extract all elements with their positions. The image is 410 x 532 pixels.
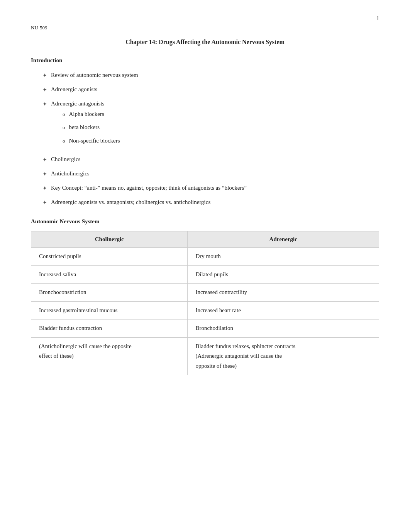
table-row: Increased gastrointestinal mucous Increa… [31,301,379,320]
adren-cell-5: Bronchodilation [188,320,379,338]
adren-cell-1: Dry mouth [188,248,379,266]
bullet-icon: ✦ [42,86,47,94]
table-row: Bladder fundus contraction Bronchodilati… [31,320,379,338]
bullet-icon: ✦ [42,100,47,108]
sub-list-item: o beta blockers [63,123,120,132]
table-header-adrenergic: Adrenergic [188,231,379,248]
chol-cell-6: (Anticholinergic will cause the opposite… [31,337,188,375]
ans-title: Autonomic Nervous System [31,218,379,225]
introduction-list: ✦ Review of autonomic nervous system ✦ A… [31,71,379,207]
list-item: ✦ Adrenergic agonists vs. antagonists; c… [42,198,379,207]
list-item-text: Key Concept: “anti-” means no, against, … [51,184,247,192]
sub-bullet-icon: o [63,137,65,145]
list-item: ✦ Anticholinergics [42,169,379,178]
adren-cell-4: Increased heart rate [188,301,379,320]
adren-cell-6: Bladder fundus relaxes, sphincter contra… [188,337,379,375]
adren-cell-3: Increased contractility [188,284,379,302]
list-item-text: Adrenergic antagonists [51,100,104,107]
table-row: Increased saliva Dilated pupils [31,265,379,284]
chol-cell-2: Increased saliva [31,265,188,284]
chol-cell-5: Bladder fundus contraction [31,320,188,338]
sub-item-text: Non-specific blockers [69,136,120,145]
ans-section: Autonomic Nervous System Cholinergic Adr… [31,218,379,375]
list-item-text: Adrenergic agonists vs. antagonists; cho… [51,198,210,207]
sub-list-item: o Non-specific blockers [63,136,120,145]
list-item-content: Adrenergic antagonists o Alpha blockers … [51,99,120,150]
chol-cell-4: Increased gastrointestinal mucous [31,301,188,320]
list-item: ✦ Cholinergics [42,155,379,164]
list-item-text: Anticholinergics [51,169,90,178]
list-item: ✦ Key Concept: “anti-” means no, against… [42,184,379,192]
list-item-text: Review of autonomic nervous system [51,71,138,80]
list-item: ✦ Review of autonomic nervous system [42,71,379,80]
sub-list: o Alpha blockers o beta blockers o Non-s… [51,110,120,145]
list-item-text: Cholinergics [51,155,80,164]
chapter-title: Chapter 14: Drugs Affecting the Autonomi… [31,39,379,46]
chol-cell-3: Bronchoconstriction [31,284,188,302]
table-row: (Anticholinergic will cause the opposite… [31,337,379,375]
introduction-title: Introduction [31,57,379,64]
table-row: Constricted pupils Dry mouth [31,248,379,266]
table-row: Bronchoconstriction Increased contractil… [31,284,379,302]
list-item-with-subitems: ✦ Adrenergic antagonists o Alpha blocker… [42,99,379,150]
sub-item-text: Alpha blockers [69,110,104,119]
bullet-icon: ✦ [42,156,47,164]
bullet-icon: ✦ [42,184,47,192]
sub-list-item: o Alpha blockers [63,110,120,119]
bullet-icon: ✦ [42,170,47,178]
comparison-table: Cholinergic Adrenergic Constricted pupil… [31,231,379,375]
bullet-icon: ✦ [42,199,47,207]
page-number: 1 [31,15,379,22]
chol-cell-1: Constricted pupils [31,248,188,266]
bullet-icon: ✦ [42,71,47,80]
table-header-cholinergic: Cholinergic [31,231,188,248]
adren-cell-2: Dilated pupils [188,265,379,284]
list-item-text: Adrenergic agonists [51,85,97,94]
course-code: NU-509 [31,25,379,31]
sub-bullet-icon: o [63,110,65,118]
sub-bullet-icon: o [63,124,65,131]
list-item: ✦ Adrenergic agonists [42,85,379,94]
sub-item-text: beta blockers [69,123,100,132]
